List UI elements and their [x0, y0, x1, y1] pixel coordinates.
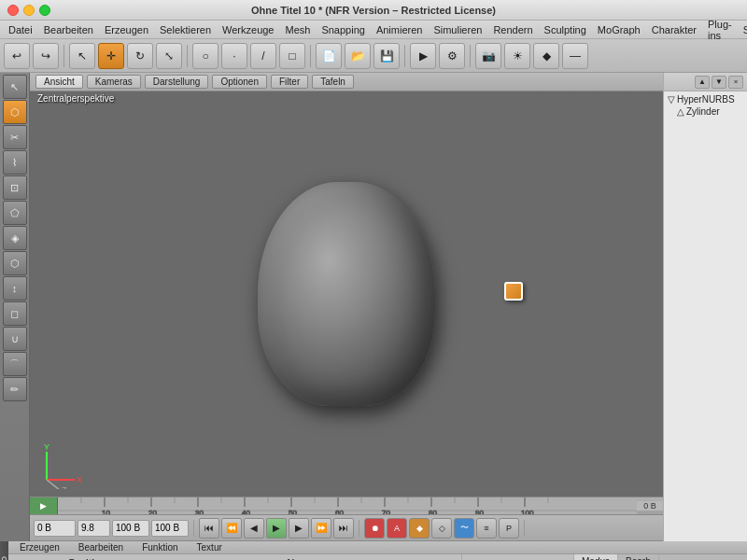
motion-path-button[interactable]: 〜: [454, 518, 474, 539]
timeline-open-button[interactable]: ≡: [476, 518, 497, 539]
bearbeiten-tab[interactable]: Bearb: [618, 554, 659, 560]
menu-item-bearbeiten[interactable]: Bearbeiten: [39, 23, 98, 36]
iron-button[interactable]: ◻: [3, 301, 27, 326]
cylinder-item[interactable]: △ Zylinder: [666, 105, 745, 118]
minimize-button[interactable]: [23, 5, 35, 16]
next-frame-button[interactable]: ⏩: [311, 518, 331, 539]
menu-item-selektieren[interactable]: Selektieren: [155, 23, 216, 36]
bevel-button[interactable]: ⬠: [3, 201, 27, 225]
close-button[interactable]: [7, 5, 19, 16]
dissolve-button[interactable]: ⬡: [3, 251, 27, 275]
panels-tab[interactable]: Tafeln: [312, 75, 354, 89]
rp-down-button[interactable]: ▼: [712, 76, 726, 89]
new-scene-button[interactable]: 📄: [316, 43, 342, 69]
menu-item-werkzeuge[interactable]: Werkzeuge: [218, 23, 278, 36]
menu-item-plug-ins[interactable]: Plug-ins: [703, 18, 737, 42]
bottom-controls: Objekt (Rel) Abmessung Anwenden: [461, 554, 573, 560]
hypernurbs-item[interactable]: ▽ HyperNURBS: [666, 93, 745, 105]
spline-button[interactable]: ⌒: [3, 352, 27, 376]
menu-item-erzeugen[interactable]: Erzeugen: [100, 23, 153, 36]
magnet-button[interactable]: ∪: [3, 327, 27, 351]
jump-end-button[interactable]: ⏭: [333, 518, 354, 539]
camera-button[interactable]: 📷: [475, 43, 501, 69]
extrude-button[interactable]: ⬡: [3, 100, 27, 124]
display-tab[interactable]: Darstellung: [145, 75, 209, 89]
texture-menu-item[interactable]: Textur: [190, 541, 230, 553]
rp-up-button[interactable]: ▲: [695, 76, 710, 89]
key-sel-button[interactable]: ◇: [431, 518, 452, 539]
select-tool-button[interactable]: ↖: [69, 43, 95, 69]
prev-frame-button[interactable]: ⏪: [221, 518, 242, 539]
save-button[interactable]: 💾: [374, 43, 400, 69]
move-ls-button[interactable]: ↖: [3, 75, 27, 99]
move-tool-button[interactable]: ✛: [98, 43, 124, 69]
view-tab[interactable]: Ansicht: [35, 75, 83, 89]
point-mode-button[interactable]: ·: [221, 43, 247, 69]
create-menu-item[interactable]: Erzeugen: [12, 541, 67, 553]
main-area: ↖ ⬡ ✂ ⌇ ⊡ ⬠ ◈ ⬡ ↕ ◻ ∪ ⌒ ✏ Ansicht Kamera…: [0, 73, 747, 541]
floor-button[interactable]: —: [562, 43, 588, 69]
end-frame-input[interactable]: [112, 520, 149, 537]
menu-item-skript[interactable]: Skript: [739, 23, 747, 36]
light-button[interactable]: ☀: [504, 43, 530, 69]
menu-item-charakter[interactable]: Charakter: [647, 23, 701, 36]
undo-button[interactable]: ↩: [4, 43, 30, 69]
menu-item-datei[interactable]: Datei: [4, 23, 37, 36]
maximize-button[interactable]: [39, 5, 50, 16]
filter-tab[interactable]: Filter: [271, 75, 308, 89]
timeline-track[interactable]: 10 20 30 40 50 60 70 80 90 100: [58, 497, 637, 514]
open-button[interactable]: 📂: [345, 43, 371, 69]
poly-mode-button[interactable]: □: [279, 43, 305, 69]
object-mode-button[interactable]: ○: [192, 43, 218, 69]
slide-button[interactable]: ↕: [3, 276, 27, 301]
menu-item-simulieren[interactable]: Simulieren: [429, 23, 486, 36]
powerslider-button[interactable]: P: [499, 518, 519, 539]
modus-tab[interactable]: Modus: [574, 554, 618, 560]
loop-button[interactable]: ⊡: [3, 175, 27, 200]
knife-button[interactable]: ✂: [3, 125, 27, 149]
max-frame-input[interactable]: [151, 520, 189, 537]
edge-mode-button[interactable]: /: [250, 43, 276, 69]
weld-button[interactable]: ◈: [3, 226, 27, 250]
menu-item-snapping[interactable]: Snapping: [317, 23, 370, 36]
bridge-button[interactable]: ⌇: [3, 150, 27, 175]
record-button[interactable]: ⏺: [364, 518, 385, 539]
scale-tool-button[interactable]: ⤡: [156, 43, 182, 69]
fps-input[interactable]: [78, 520, 110, 537]
render-settings-button[interactable]: ⚙: [439, 43, 465, 69]
play-button[interactable]: ▶: [266, 518, 287, 539]
svg-text:30: 30: [195, 509, 204, 514]
bottom-section: MAXON CINEMA 4D Erzeugen Bearbeiten Funk…: [0, 541, 747, 560]
redo-button[interactable]: ↪: [33, 43, 59, 69]
jump-start-button[interactable]: ⏮: [199, 518, 219, 539]
menu-item-mesh[interactable]: Mesh: [280, 23, 315, 36]
menu-item-sculpting[interactable]: Sculpting: [540, 23, 591, 36]
svg-text:60: 60: [335, 509, 344, 514]
edit-menu-item[interactable]: Bearbeiten: [71, 541, 131, 553]
frame-fields: [34, 520, 189, 537]
material-button[interactable]: ◆: [533, 43, 559, 69]
cameras-tab[interactable]: Kameras: [87, 75, 141, 89]
rotate-tool-button[interactable]: ↻: [127, 43, 153, 69]
menu-item-rendern[interactable]: Rendern: [488, 23, 537, 36]
auto-key-button[interactable]: A: [387, 518, 407, 539]
right-panel-header: ▲ ▼ ×: [664, 73, 747, 91]
function-menu-item[interactable]: Funktion: [134, 541, 185, 553]
menu-item-animieren[interactable]: Animieren: [372, 23, 428, 36]
rp-close-button[interactable]: ×: [728, 76, 743, 89]
menu-item-mograph[interactable]: MoGraph: [593, 23, 645, 36]
transport-sep-2: [359, 520, 359, 537]
next-key-button[interactable]: ▶: [289, 518, 309, 539]
timeline-ruler[interactable]: ▶ 10 20 30 40 50 60 70 80: [30, 497, 663, 515]
key-button[interactable]: ◆: [409, 518, 430, 539]
scene-3d[interactable]: Y X Z: [30, 91, 663, 497]
options-tab[interactable]: Optionen: [212, 75, 267, 89]
viewport[interactable]: Ansicht Kameras Darstellung Optionen Fil…: [30, 73, 663, 541]
polygon-pen-button[interactable]: ✏: [3, 377, 27, 401]
transport-sep-1: [193, 520, 194, 537]
svg-text:40: 40: [242, 509, 250, 514]
prev-key-button[interactable]: ◀: [244, 518, 264, 539]
render-button[interactable]: ▶: [410, 43, 436, 69]
right-props-tabs: Modus Bearb: [574, 554, 747, 560]
current-frame-input[interactable]: [34, 520, 76, 537]
